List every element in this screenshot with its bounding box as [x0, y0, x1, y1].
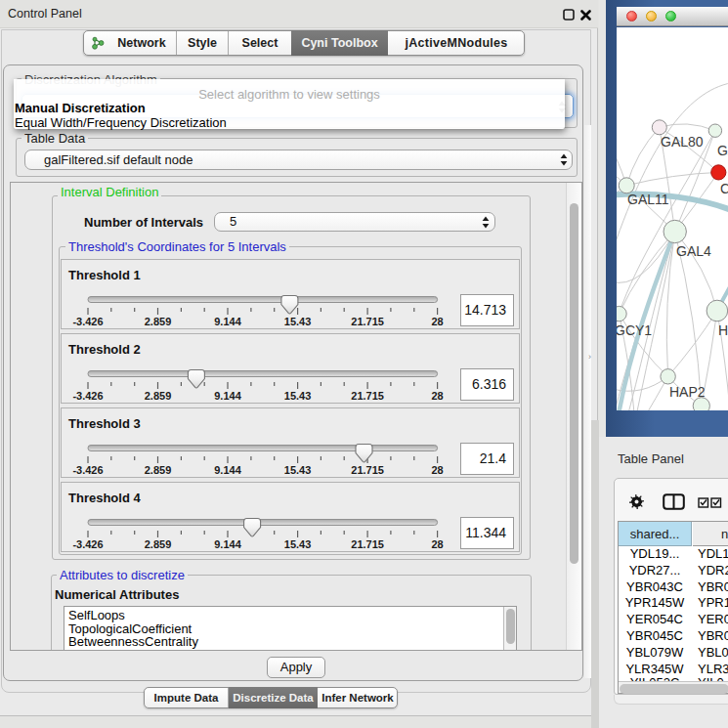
svg-text:GAL80: GAL80: [661, 134, 704, 150]
svg-text:C: C: [720, 181, 728, 196]
svg-text:GAL4: GAL4: [676, 243, 711, 259]
svg-text:H: H: [718, 322, 728, 338]
svg-text:GAL11: GAL11: [627, 192, 669, 207]
svg-text:HAP2: HAP2: [669, 384, 706, 400]
svg-text:GCY1: GCY1: [617, 322, 652, 338]
svg-text:GA: GA: [717, 143, 728, 158]
